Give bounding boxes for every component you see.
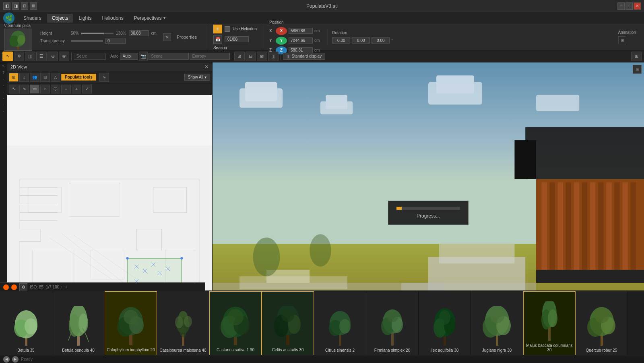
plant-item-juglans[interactable]: Juglans nigra 30: [471, 291, 523, 356]
transparency-input[interactable]: [105, 38, 126, 44]
2d-wave-btn[interactable]: ∿: [99, 73, 109, 82]
tb-small-2[interactable]: ◨: [12, 2, 19, 10]
tree-svg-betula-pendula: [62, 306, 95, 346]
tb-small-3[interactable]: ⊟: [21, 2, 28, 10]
menu-shaders[interactable]: Shaders: [19, 14, 46, 23]
use-heliodon-checkbox[interactable]: [225, 26, 230, 32]
expand-btn[interactable]: ⊞: [631, 52, 642, 61]
scene-input[interactable]: [149, 53, 189, 60]
settings-cog-btn[interactable]: ⚙: [19, 283, 27, 291]
toolbar-view4-btn[interactable]: ◫: [268, 52, 279, 61]
plant-item-malus[interactable]: Malus baccata columnaris 30: [523, 291, 576, 356]
svg-rect-72: [631, 183, 636, 280]
tool-wave-btn[interactable]: ∿: [19, 85, 29, 93]
rotation-section: Rotation °: [328, 29, 397, 45]
auto-input[interactable]: [120, 53, 138, 60]
toolbar-view1-btn[interactable]: ⊞: [234, 52, 245, 61]
plant-image-citrus: [316, 298, 364, 346]
transparency-slider[interactable]: [71, 40, 103, 42]
y-position-input[interactable]: [289, 37, 313, 44]
y-axis-button[interactable]: Y: [276, 37, 287, 45]
plant-item-betula35[interactable]: Betula 35: [0, 291, 52, 356]
plant-item-firmiana[interactable]: Firmiana simplex 20: [366, 291, 419, 356]
menu-heliodons[interactable]: Heliodons: [97, 14, 128, 23]
plant-image-firmiana: [368, 298, 417, 346]
menu-objects[interactable]: Objects: [47, 14, 73, 23]
toolbar-cursor-btn[interactable]: ↖: [2, 52, 13, 61]
entropy-input[interactable]: [190, 53, 230, 60]
status-dot-1[interactable]: ◀: [3, 356, 10, 363]
svg-point-115: [339, 319, 351, 334]
edit-icon-btn[interactable]: ✎: [163, 33, 171, 41]
toolbar-scene-btn[interactable]: ◫: [25, 52, 35, 61]
tool-minus-btn[interactable]: −: [61, 85, 71, 93]
toolbar-view2-btn[interactable]: ⊟: [246, 52, 256, 61]
x-axis-button[interactable]: X: [276, 27, 287, 35]
2d-triangle-btn[interactable]: △: [51, 73, 60, 82]
tb-small-1[interactable]: ◧: [3, 2, 10, 10]
toolbar-eye-btn[interactable]: 👁: [59, 52, 69, 61]
tb-small-4[interactable]: ⊞: [30, 2, 37, 10]
sidebar-cursor-icon[interactable]: ↖: [1, 63, 6, 69]
plant-item-quercus[interactable]: Quercus robur 25: [576, 291, 628, 356]
maximize-button[interactable]: □: [625, 2, 633, 10]
plant-item-celtis[interactable]: Celtis australis 30: [262, 291, 314, 356]
plant-item-cassipourea[interactable]: Cassipourea malosana 40: [157, 291, 209, 356]
svg-point-134: [548, 309, 557, 327]
tool-circle-btn[interactable]: ○: [40, 85, 50, 93]
populate-tools-button[interactable]: Populate tools: [61, 74, 96, 81]
3d-view-corner-icon[interactable]: ⊞: [633, 65, 642, 74]
svg-point-106: [227, 309, 244, 325]
2d-people-btn[interactable]: 👥: [30, 73, 39, 82]
tool-check-btn[interactable]: ✓: [82, 85, 92, 93]
close-button[interactable]: ✕: [634, 2, 641, 10]
app-statusbar: ◀ ▶ Ready: [0, 355, 644, 363]
tool-cursor-btn[interactable]: ↖: [9, 85, 19, 93]
svg-rect-62: [550, 183, 555, 280]
dot-btn-orange-2[interactable]: [11, 284, 17, 290]
2d-box-btn[interactable]: ⊟: [40, 73, 50, 82]
plant-item-ilex[interactable]: Ilex aquifolia 30: [419, 291, 471, 356]
height-input[interactable]: [129, 30, 149, 36]
toolbar-list-btn[interactable]: ☰: [36, 52, 47, 61]
rot-x-input[interactable]: [332, 37, 350, 44]
2d-view-close-button[interactable]: ✕: [204, 64, 208, 70]
x-position-input[interactable]: [289, 28, 313, 34]
animation-expand-icon[interactable]: ⊞: [618, 36, 626, 44]
show-all-button[interactable]: Show All ▾: [184, 74, 210, 81]
z-position-input[interactable]: [289, 47, 313, 53]
menu-perspectives[interactable]: Perspectives ▾: [129, 14, 170, 23]
2d-house-btn[interactable]: ⌂: [19, 73, 29, 82]
animation-label: Animation: [618, 30, 636, 35]
standard-display-button[interactable]: ◫ Standard display: [283, 53, 326, 60]
tool-poly-btn[interactable]: ⬡: [51, 85, 60, 93]
2d-view-titlebar: 2D View ✕: [7, 62, 212, 71]
toolbar-add-btn[interactable]: ⊕: [47, 52, 58, 61]
2d-grid-btn[interactable]: ⊞: [9, 73, 19, 82]
season-label: Season: [213, 46, 227, 50]
svg-point-95: [124, 310, 138, 324]
toolbar-move-btn[interactable]: ✥: [14, 52, 24, 61]
sidebar-question-icon[interactable]: ?: [1, 70, 6, 75]
height-controls: Height 50% 130% cm Transparency: [40, 30, 157, 44]
tool-rect-btn[interactable]: ▭: [30, 85, 39, 93]
rot-z-input[interactable]: [372, 37, 390, 44]
plant-item-castanea[interactable]: Castanea sativa 1 30: [209, 291, 262, 356]
season-value[interactable]: [225, 36, 249, 42]
plant-item-calophyllum[interactable]: Calophyllum inophyllum 20: [105, 291, 157, 356]
toolbar-camera-btn[interactable]: 📷: [139, 52, 148, 61]
rot-y-input[interactable]: [352, 37, 370, 44]
tool-plus-btn[interactable]: +: [72, 85, 81, 93]
menu-lights[interactable]: Lights: [74, 14, 96, 23]
toolbar-view3-btn[interactable]: ⊠: [257, 52, 267, 61]
plant-item-citrus[interactable]: Citrus sinensis 2: [314, 291, 366, 356]
plant-item-betula-pendula[interactable]: Betula pendula 40: [52, 291, 105, 356]
svg-rect-52: [245, 82, 277, 101]
status-dot-2[interactable]: ▶: [12, 356, 19, 363]
expand-icon[interactable]: ⊞: [631, 52, 642, 61]
dot-btn-orange-1[interactable]: [3, 284, 9, 290]
search-input[interactable]: [74, 53, 106, 60]
height-slider[interactable]: [81, 33, 114, 34]
edit-icon[interactable]: ✎: [163, 33, 171, 41]
minimize-button[interactable]: ─: [617, 2, 625, 10]
